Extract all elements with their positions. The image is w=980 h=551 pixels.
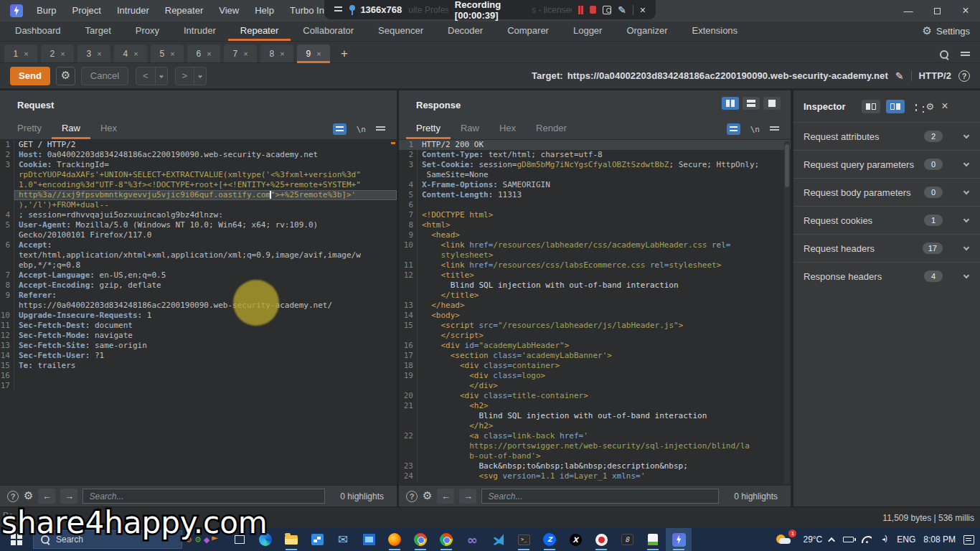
close-tab-icon[interactable]: × — [133, 50, 138, 58]
minimize-button[interactable]: — — [894, 0, 923, 22]
inspector-section-request-attributes[interactable]: Request attributes2 — [793, 122, 980, 150]
response-editor[interactable]: 1HTTP/2 200 OK2Content-Type: text/html; … — [399, 139, 791, 485]
show-newlines-icon[interactable]: \n — [357, 125, 366, 134]
search-next-button[interactable]: → — [459, 489, 476, 504]
menu-repeater[interactable]: Repeater — [157, 0, 211, 22]
search-icon[interactable] — [940, 50, 949, 60]
response-scrollbar[interactable] — [784, 141, 790, 484]
repeater-tab-4[interactable]: 4× — [114, 44, 147, 62]
close-tab-icon[interactable]: × — [170, 50, 174, 58]
menu-view[interactable]: View — [211, 0, 247, 22]
repeater-tab-2[interactable]: 2× — [41, 44, 74, 62]
tab-extensions[interactable]: Extensions — [680, 22, 750, 41]
scrollbar-thumb[interactable] — [785, 144, 789, 187]
taskbar-app-chrome-beta[interactable] — [433, 528, 459, 551]
request-search-input[interactable] — [83, 489, 325, 504]
repeater-tab-1[interactable]: 1× — [4, 44, 37, 62]
settings-button[interactable]: ⚙ Settings — [923, 22, 980, 41]
close-overlay-icon[interactable]: × — [640, 5, 646, 15]
cancel-button[interactable]: Cancel — [81, 67, 128, 85]
screenshot-icon[interactable] — [603, 6, 612, 14]
history-forward-dropdown[interactable] — [194, 67, 206, 85]
tab-overflow-menu-icon[interactable] — [961, 52, 970, 58]
inspector-section-request-query-parameters[interactable]: Request query parameters0 — [793, 150, 980, 178]
tab-collaborator[interactable]: Collaborator — [291, 22, 366, 41]
response-tab-hex[interactable]: Hex — [489, 119, 526, 139]
clock[interactable]: 8:08 PM — [923, 534, 956, 545]
response-tab-pretty[interactable]: Pretty — [406, 119, 451, 139]
inspector-section-request-body-parameters[interactable]: Request body parameters0 — [793, 178, 980, 206]
stop-recording-icon[interactable] — [590, 6, 595, 14]
tab-target[interactable]: Target — [73, 22, 123, 41]
taskbar-app-vscode[interactable] — [485, 528, 511, 551]
editor-menu-icon[interactable] — [770, 126, 779, 133]
maximize-button[interactable] — [923, 0, 951, 22]
close-tab-icon[interactable]: × — [243, 50, 248, 58]
search-prev-button[interactable]: ← — [437, 489, 454, 504]
send-button[interactable]: Send — [10, 67, 50, 85]
tab-comparer[interactable]: Comparer — [495, 22, 561, 41]
taskbar-app-dark-app[interactable]: 8 — [614, 528, 640, 551]
edit-target-pencil-icon[interactable]: ✎ — [895, 70, 904, 82]
history-back-button[interactable]: < — [136, 67, 168, 85]
taskbar-app-file-explorer[interactable] — [278, 528, 304, 551]
taskbar-app-firefox[interactable] — [382, 528, 407, 551]
response-tab-render[interactable]: Render — [526, 119, 577, 139]
annotate-pencil-icon[interactable]: ✎ — [618, 4, 626, 16]
taskbar-app-store[interactable] — [304, 528, 330, 551]
close-button[interactable]: × — [951, 0, 980, 22]
new-repeater-tab-button[interactable]: + — [334, 44, 355, 62]
taskbar-app-chrome[interactable] — [407, 528, 433, 551]
language-indicator[interactable]: ENG — [897, 534, 915, 545]
history-forward-button[interactable]: > — [175, 67, 207, 85]
repeater-tab-6[interactable]: 6× — [187, 44, 220, 62]
editor-menu-icon[interactable] — [376, 126, 385, 133]
weather-icon[interactable]: 1 — [776, 532, 795, 547]
inspector-section-request-cookies[interactable]: Request cookies1 — [793, 206, 980, 234]
menu-help[interactable]: Help — [247, 0, 282, 22]
layout-columns-button[interactable] — [722, 97, 739, 110]
taskbar-app-photos[interactable] — [356, 528, 382, 551]
history-back-dropdown[interactable] — [155, 67, 167, 85]
repeater-tab-3[interactable]: 3× — [77, 44, 110, 62]
temperature-label[interactable]: 29°C — [803, 534, 822, 545]
taskbar-app-burp[interactable] — [666, 528, 692, 551]
search-prev-button[interactable]: ← — [38, 489, 55, 504]
volume-icon[interactable] — [880, 536, 889, 544]
repeater-tab-9[interactable]: 9× — [297, 44, 330, 62]
tab-proxy[interactable]: Proxy — [123, 22, 171, 41]
menu-burp[interactable]: Burp — [29, 0, 64, 22]
taskbar-app-x-app[interactable]: X — [562, 528, 588, 551]
inspector-dock-left-button[interactable] — [862, 100, 880, 113]
tab-sequencer[interactable]: Sequencer — [366, 22, 435, 41]
taskbar-app-zalo[interactable]: Z — [537, 528, 562, 551]
taskbar-app-visual-studio[interactable]: ∞ — [459, 528, 485, 551]
search-settings-gear-icon[interactable]: ⚙ — [423, 491, 432, 501]
response-search-input[interactable] — [481, 489, 719, 504]
close-tab-icon[interactable]: × — [60, 50, 65, 58]
request-tab-hex[interactable]: Hex — [90, 119, 127, 139]
menu-intruder[interactable]: Intruder — [109, 0, 157, 22]
inspector-section-request-headers[interactable]: Request headers17 — [793, 234, 980, 262]
repeater-tab-8[interactable]: 8× — [260, 44, 293, 62]
menu-project[interactable]: Project — [64, 0, 108, 22]
inspector-close-icon[interactable]: × — [941, 100, 948, 113]
tab-dashboard[interactable]: Dashboard — [3, 22, 73, 41]
search-settings-gear-icon[interactable]: ⚙ — [24, 491, 33, 501]
taskbar-app-notepad[interactable] — [640, 528, 666, 551]
tab-decoder[interactable]: Decoder — [435, 22, 495, 41]
tray-expand-icon[interactable] — [828, 537, 835, 544]
action-center-icon[interactable] — [963, 535, 974, 545]
taskbar-app-terminal[interactable]: >_ — [511, 528, 537, 551]
help-icon[interactable]: ? — [958, 70, 970, 82]
tab-intruder[interactable]: Intruder — [171, 22, 228, 41]
battery-icon[interactable] — [843, 537, 854, 542]
close-tab-icon[interactable]: × — [316, 50, 321, 58]
wifi-icon[interactable] — [862, 536, 872, 543]
close-tab-icon[interactable]: × — [24, 50, 28, 58]
help-icon[interactable]: ? — [7, 491, 19, 502]
show-newlines-icon[interactable]: \n — [750, 125, 760, 134]
layout-single-button[interactable] — [763, 97, 781, 110]
request-tab-pretty[interactable]: Pretty — [7, 119, 52, 139]
request-editor[interactable]: 1GET / HTTP/22Host: 0a04002203d834248186… — [0, 139, 397, 485]
